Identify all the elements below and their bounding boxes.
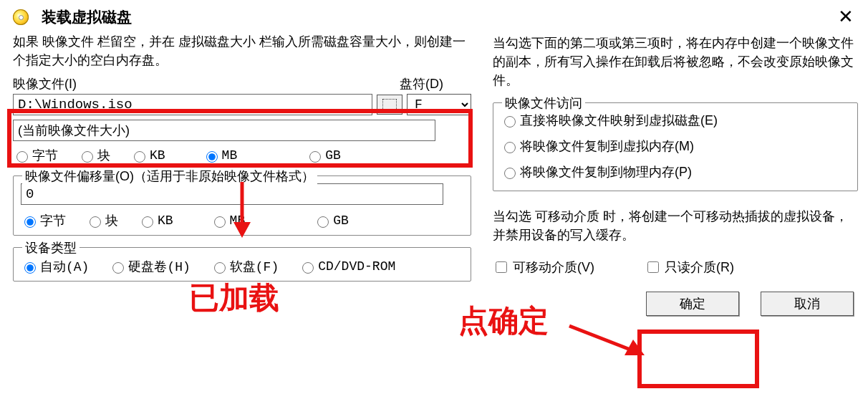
annotation-arrow-ok-icon xyxy=(566,322,652,365)
offset-gb-radio[interactable]: GB xyxy=(314,213,349,228)
disc-icon xyxy=(13,9,29,25)
offset-group-label: 映像文件偏移量(O)（适用于非原始映像文件格式） xyxy=(22,168,317,185)
image-file-label: 映像文件(I) xyxy=(13,75,400,92)
svg-line-2 xyxy=(569,326,634,351)
window-title: 装载虚拟磁盘 xyxy=(42,7,132,27)
device-type-label: 设备类型 xyxy=(22,239,79,256)
unit-kb-radio[interactable]: KB xyxy=(130,148,165,163)
device-floppy-radio[interactable]: 软盘(F) xyxy=(211,258,279,275)
access-virtmem-radio[interactable]: 将映像文件复制到虚拟内存(M) xyxy=(501,138,850,155)
access-group: 映像文件访问 直接将映像文件映射到虚拟磁盘(E) 将映像文件复制到虚拟内存(M)… xyxy=(493,102,858,191)
browse-button[interactable] xyxy=(377,95,402,115)
offset-byte-radio[interactable]: 字节 xyxy=(21,212,66,229)
disk-size-input[interactable] xyxy=(13,120,435,141)
device-hd-radio[interactable]: 硬盘卷(H) xyxy=(109,258,190,275)
unit-block-radio[interactable]: 块 xyxy=(78,147,110,164)
device-cd-radio[interactable]: CD/DVD-ROM xyxy=(299,259,395,274)
removable-intro-text: 当勾选 可移动介质 时，将创建一个可移动热插拔的虚拟设备，并禁用设备的写入缓存。 xyxy=(493,207,858,244)
drive-select[interactable]: F xyxy=(407,94,471,115)
image-file-input[interactable] xyxy=(13,94,372,115)
ok-button[interactable]: 确定 xyxy=(646,292,739,316)
cancel-button[interactable]: 取消 xyxy=(761,292,854,316)
drive-label: 盘符(D) xyxy=(400,75,471,92)
removable-checkbox[interactable]: 可移动介质(V) xyxy=(493,259,594,276)
offset-input[interactable] xyxy=(21,183,443,205)
offset-kb-radio[interactable]: KB xyxy=(138,213,173,228)
close-button[interactable]: ✕ xyxy=(834,6,858,28)
annotation-rect-ok xyxy=(637,330,759,388)
unit-byte-radio[interactable]: 字节 xyxy=(13,147,58,164)
unit-gb-radio[interactable]: GB xyxy=(306,148,341,163)
size-unit-row: 字节 块 KB MB GB xyxy=(13,147,471,164)
offset-group: 映像文件偏移量(O)（适用于非原始映像文件格式） 字节 块 KB MB xyxy=(13,175,471,236)
device-auto-radio[interactable]: 自动(A) xyxy=(21,258,89,275)
access-direct-radio[interactable]: 直接将映像文件映射到虚拟磁盘(E) xyxy=(501,112,850,129)
svg-marker-3 xyxy=(625,340,645,355)
offset-mb-radio[interactable]: MB xyxy=(211,213,246,228)
offset-unit-row: 字节 块 KB MB GB xyxy=(21,212,463,229)
title-bar: 装载虚拟磁盘 ✕ xyxy=(0,0,868,32)
right-intro-text: 当勾选下面的第二项或第三项时，将在内存中创建一个映像文件的副本，所有写入操作在卸… xyxy=(493,34,858,90)
access-physmem-radio[interactable]: 将映像文件复制到物理内存(P) xyxy=(501,163,850,181)
left-intro-text: 如果 映像文件 栏留空，并在 虚拟磁盘大小 栏输入所需磁盘容量大小，则创建一个指… xyxy=(13,32,471,69)
device-type-group: 设备类型 自动(A) 硬盘卷(H) 软盘(F) CD/DVD-ROM xyxy=(13,247,471,282)
unit-mb-radio[interactable]: MB xyxy=(203,148,238,163)
readonly-checkbox[interactable]: 只读介质(R) xyxy=(645,259,734,276)
offset-block-radio[interactable]: 块 xyxy=(86,212,118,229)
access-group-label: 映像文件访问 xyxy=(502,95,585,112)
